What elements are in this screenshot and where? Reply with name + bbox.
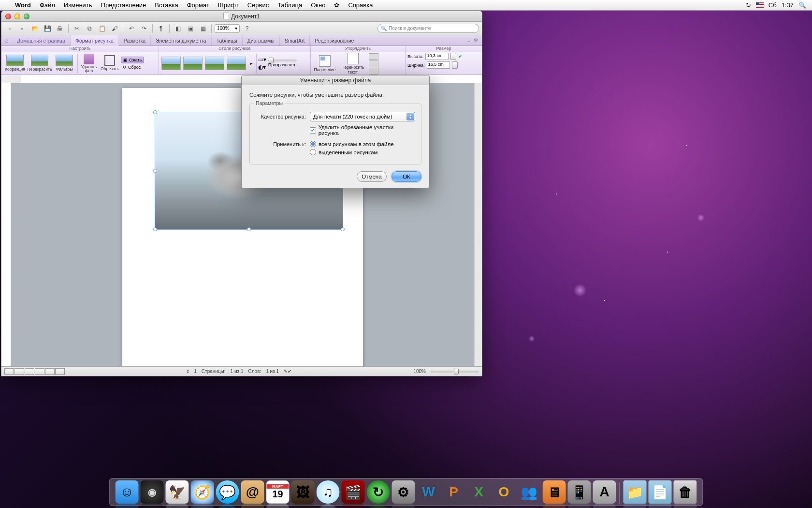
resize-handle-l[interactable] — [153, 169, 157, 173]
cancel-button[interactable]: Отмена — [357, 171, 387, 182]
tab-home[interactable]: Домашняя страница — [12, 35, 71, 46]
remove-bg-button[interactable]: Удалить фон — [79, 54, 99, 73]
resize-handle-tl[interactable] — [153, 110, 157, 114]
input-source-icon[interactable] — [756, 2, 764, 8]
dock-ichat[interactable]: 💬 — [216, 480, 239, 504]
ribbon-gear-icon[interactable]: ✻ — [474, 37, 478, 44]
help-icon[interactable]: ? — [242, 24, 252, 33]
titlebar[interactable]: Документ1 — [1, 11, 482, 22]
recolor-button[interactable]: Перекрасить — [28, 55, 51, 72]
compress-button[interactable]: ▣Сжать — [121, 57, 144, 63]
dock-iphoto[interactable]: 🖼 — [291, 480, 315, 504]
cut-icon[interactable]: ✂ — [72, 24, 82, 33]
print-icon[interactable]: 🖶 — [55, 24, 65, 33]
menu-window[interactable]: Окно — [306, 1, 330, 9]
copy-icon[interactable]: ⧉ — [84, 24, 95, 33]
sidebar-icon[interactable]: ◧ — [173, 24, 183, 33]
zoom-value[interactable]: 100% — [413, 369, 426, 374]
undo-icon[interactable]: ↶ — [126, 24, 137, 33]
home-icon[interactable]: ⌂ — [1, 37, 12, 44]
reset-button[interactable]: ↺Сброс — [121, 64, 144, 70]
wrap-text-button[interactable]: Переносить текст — [338, 53, 367, 75]
height-stepper[interactable] — [450, 53, 456, 60]
ribbon-collapse-icon[interactable]: ⌄ — [466, 37, 471, 44]
tab-review[interactable]: Рецензирование — [310, 35, 359, 46]
dock-trash[interactable]: 🗑 — [674, 480, 697, 504]
menu-font[interactable]: Шрифт — [214, 1, 243, 9]
menu-insert[interactable]: Вставка — [150, 1, 182, 9]
menu-file[interactable]: Файл — [35, 1, 59, 9]
menu-view[interactable]: Представление — [97, 1, 151, 9]
vertical-ruler[interactable] — [1, 83, 11, 366]
picture-style-4[interactable] — [227, 57, 246, 70]
effects-button[interactable]: ◐▾ — [258, 64, 266, 71]
picture-style-1[interactable] — [161, 57, 181, 70]
dock-dashboard[interactable]: ◉ — [141, 480, 164, 504]
vertical-scrollbar[interactable] — [474, 83, 482, 366]
dock-word[interactable]: W — [417, 480, 440, 504]
tab-charts[interactable]: Диаграммы — [243, 35, 280, 46]
save-icon[interactable]: 💾 — [42, 24, 53, 33]
delete-cropped-checkbox[interactable]: ✔ Удалить обрезанные участки рисунка — [310, 124, 415, 136]
picture-style-3[interactable] — [205, 57, 224, 70]
crop-button[interactable]: Обрезать — [100, 55, 119, 71]
timemachine-menulet-icon[interactable]: ↻ — [746, 1, 751, 9]
resize-handle-bl[interactable] — [153, 227, 157, 231]
view-notebook-button[interactable] — [45, 368, 55, 375]
apply-all-radio[interactable]: всем рисункам в этом файле — [310, 141, 394, 147]
view-outline-button[interactable] — [14, 368, 24, 375]
dock-outlook[interactable]: O — [493, 480, 516, 504]
transparency-slider[interactable] — [268, 60, 297, 61]
dock-mail[interactable]: 🦅 — [166, 480, 189, 504]
zoom-combo[interactable]: 100%▾ — [215, 24, 240, 33]
spellcheck-icon[interactable]: ✎✔ — [284, 369, 291, 374]
open-icon[interactable]: 📂 — [29, 24, 40, 33]
tab-layout[interactable]: Разметка — [119, 35, 151, 46]
format-painter-icon[interactable]: 🖌 — [109, 24, 120, 33]
dock-timemachine[interactable]: ↻ — [367, 480, 390, 504]
new-doc-icon[interactable]: ▫ — [4, 24, 15, 33]
align-button[interactable] — [369, 60, 378, 67]
menu-format[interactable]: Формат — [183, 1, 214, 9]
tab-picture-format[interactable]: Формат рисунка — [71, 35, 119, 46]
search-field[interactable]: 🔍Поиск в документе — [377, 24, 479, 33]
reorder-button[interactable] — [369, 53, 378, 60]
script-menu[interactable]: ✿ — [330, 1, 344, 9]
width-input[interactable]: 16,5 cm — [427, 61, 450, 69]
zoom-slider[interactable] — [431, 371, 479, 373]
height-input[interactable]: 10,3 cm — [425, 53, 449, 60]
dock-addressbook[interactable]: @ — [241, 480, 264, 504]
dock-downloads-folder[interactable]: 📄 — [649, 480, 672, 504]
clock-weekday[interactable]: Сб — [768, 1, 777, 9]
lock-aspect-icon[interactable]: ✔ — [458, 53, 463, 60]
new-from-template-icon[interactable]: ▫ — [17, 24, 28, 33]
position-button[interactable]: Положение — [313, 55, 337, 72]
menu-edit[interactable]: Изменить — [59, 1, 97, 9]
dock-preferences[interactable]: ⚙ — [392, 480, 415, 504]
spotlight-icon[interactable]: 🔍 — [798, 1, 806, 9]
gallery-icon[interactable]: ▦ — [198, 24, 208, 33]
dock-ical[interactable]: МАРТ19 — [266, 480, 290, 504]
app-menu[interactable]: Word — [11, 1, 35, 9]
view-draft-button[interactable] — [4, 368, 14, 375]
corrections-button[interactable]: Коррекция — [3, 55, 27, 72]
picture-style-2[interactable] — [183, 57, 203, 70]
dock-appstore[interactable]: A — [593, 480, 616, 504]
view-publishing-button[interactable] — [25, 368, 34, 375]
dock-recorder[interactable]: 🎬 — [342, 480, 365, 504]
show-marks-icon[interactable]: ¶ — [156, 24, 166, 33]
border-button[interactable]: ▭▾ — [258, 56, 266, 63]
apply-selected-radio[interactable]: выделенным рисункам — [310, 149, 394, 155]
ok-button[interactable]: ОК — [392, 171, 421, 182]
tab-tables[interactable]: Таблицы — [212, 35, 243, 46]
toolbox-icon[interactable]: ▣ — [185, 24, 196, 33]
view-fullscreen-button[interactable] — [55, 368, 65, 375]
styles-more-icon[interactable]: ▸ — [248, 61, 255, 66]
resize-handle-b[interactable] — [247, 227, 251, 231]
width-stepper[interactable] — [452, 61, 458, 69]
menu-table[interactable]: Таблица — [273, 1, 306, 9]
resize-handle-br[interactable] — [341, 227, 345, 231]
filters-button[interactable]: Фильтры — [53, 55, 76, 72]
tab-doc-elements[interactable]: Элементы документа — [151, 35, 212, 46]
dock-messenger[interactable]: 👥 — [518, 480, 541, 504]
